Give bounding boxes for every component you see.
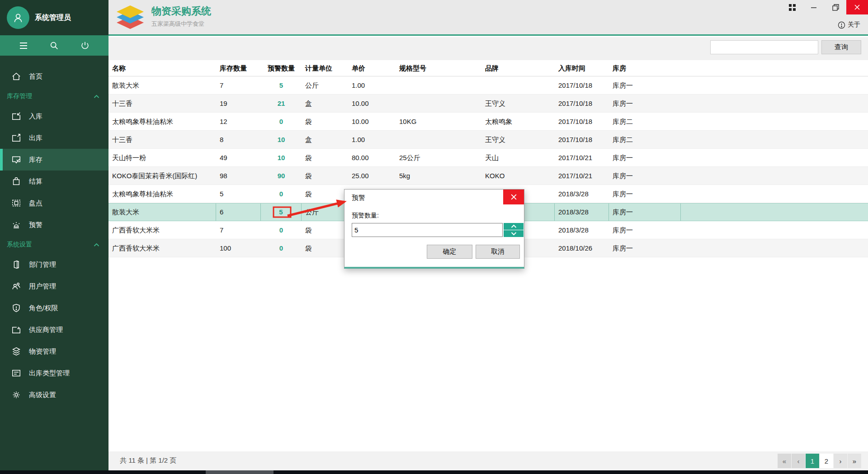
dialog-title: 预警 [352, 194, 365, 202]
table-row[interactable]: 太粮鸣象尊桂油粘米120袋10.0010KG太粮鸣象2017/10/18库房二 [108, 113, 868, 131]
table-cell: 盒 [302, 131, 348, 148]
sidebar-item[interactable]: 物资管理 [0, 341, 108, 362]
sidebar-item[interactable]: 高级设置 [0, 384, 108, 406]
person-icon [12, 12, 24, 24]
sidebar-item[interactable]: 库存 [0, 149, 108, 171]
close-icon[interactable] [846, 0, 868, 14]
table-cell: 散装大米 [108, 204, 216, 221]
warning-quantity-cell[interactable]: 0 [261, 185, 302, 203]
table-cell-filler [681, 131, 868, 148]
sidebar-section-header[interactable]: 系统设置 [0, 236, 108, 254]
restore-icon[interactable] [825, 0, 846, 14]
warning-quantity-cell[interactable]: 90 [261, 167, 302, 185]
about-label: 关于 [848, 21, 860, 29]
warning-quantity-cell[interactable]: 10 [261, 131, 302, 148]
sidebar-item[interactable]: 首页 [0, 66, 108, 87]
table-cell: 库房一 [609, 95, 681, 112]
minimize-icon[interactable] [803, 0, 825, 14]
table-row[interactable]: 十三香810盒1.00王守义2017/10/18库房二 [108, 131, 868, 149]
column-header: 单价 [348, 60, 396, 76]
warning-quantity-cell[interactable]: 0 [261, 113, 302, 130]
inbound-icon [11, 111, 21, 121]
table-row[interactable]: 天山特一粉4910袋80.0025公斤天山2017/10/21库房一 [108, 149, 868, 167]
warning-quantity-cell[interactable]: 5 [261, 204, 302, 221]
search-input[interactable] [710, 40, 818, 54]
table-row[interactable]: 散装大米75公斤1.002017/10/18库房一 [108, 76, 868, 95]
pager-button[interactable]: « [778, 454, 791, 468]
table-row[interactable]: KOKO泰国茉莉香米(国际红)9890袋25.005kgKOKO2017/10/… [108, 167, 868, 185]
quantity-stepper [504, 223, 524, 237]
sidebar-item-label: 角色/权限 [29, 304, 58, 313]
stepper-down-icon[interactable] [504, 230, 524, 237]
sidebar-item-label: 盘点 [29, 199, 42, 208]
table-cell: 公斤 [302, 204, 348, 221]
sidebar-item[interactable]: 用户管理 [0, 275, 108, 297]
sidebar-item[interactable]: 出库 [0, 127, 108, 149]
sidebar-item[interactable]: 出库类型管理 [0, 362, 108, 384]
user-block: 系统管理员 [0, 0, 108, 35]
about-button[interactable]: 关于 [838, 21, 860, 29]
column-header-filler [681, 60, 868, 76]
scrollbar-thumb[interactable] [206, 470, 274, 474]
query-button[interactable]: 查询 [821, 40, 861, 54]
page-title: 物资采购系统 [151, 5, 211, 18]
users-icon [11, 281, 21, 291]
table-cell: 5kg [396, 167, 481, 185]
table-cell: 2017/10/18 [555, 131, 609, 148]
table-cell: KOKO [481, 167, 555, 185]
table-cell: 49 [216, 149, 261, 166]
warning-quantity-cell[interactable]: 0 [261, 239, 302, 257]
advanced-icon [11, 390, 21, 400]
sidebar-item[interactable]: 盘点 [0, 192, 108, 214]
sidebar-item[interactable]: 部门管理 [0, 254, 108, 275]
table-cell [396, 131, 481, 148]
horizontal-scrollbar[interactable] [0, 470, 868, 474]
warning-quantity-input[interactable] [352, 223, 503, 237]
pager-button[interactable]: › [834, 454, 847, 468]
table-cell: 袋 [302, 239, 348, 257]
table-cell: 8 [216, 131, 261, 148]
table-row[interactable]: 十三香1921盒10.00王守义2017/10/18库房一 [108, 95, 868, 113]
pager-button[interactable]: » [848, 454, 861, 468]
sidebar-item-label: 部门管理 [29, 261, 56, 269]
stocktake-icon [11, 198, 21, 208]
power-icon[interactable] [76, 37, 94, 55]
column-header: 库存数量 [216, 60, 261, 76]
ok-button[interactable]: 确定 [427, 245, 472, 259]
sidebar-item[interactable]: 入库 [0, 105, 108, 127]
warning-quantity-cell[interactable]: 0 [261, 221, 302, 239]
dialog-close-icon[interactable] [503, 190, 524, 204]
cancel-button[interactable]: 取消 [476, 245, 520, 259]
table-cell: 2017/10/18 [555, 76, 609, 94]
hamburger-menu-icon[interactable] [14, 37, 33, 55]
sidebar-section-header[interactable]: 库存管理 [0, 87, 108, 105]
table-cell: 2018/3/28 [555, 204, 609, 221]
stepper-up-icon[interactable] [504, 223, 524, 230]
column-header: 名称 [108, 60, 216, 76]
table-cell: 库房一 [609, 149, 681, 166]
warning-quantity-cell[interactable]: 5 [261, 76, 302, 94]
home-icon [11, 71, 21, 81]
pager-button[interactable]: ‹ [792, 454, 805, 468]
table-cell [396, 95, 481, 112]
sidebar-item-label: 结算 [29, 177, 42, 186]
table-cell: 盒 [302, 95, 348, 112]
sidebar-item[interactable]: 供应商管理 [0, 319, 108, 341]
info-icon [838, 21, 845, 29]
pager-button[interactable]: 1 [806, 454, 819, 468]
search-icon[interactable] [45, 37, 63, 55]
sidebar-item[interactable]: 角色/权限 [0, 297, 108, 319]
sidebar-item[interactable]: 预警 [0, 214, 108, 236]
warning-quantity-cell[interactable]: 10 [261, 149, 302, 166]
table-cell: 袋 [302, 113, 348, 130]
pager-button[interactable]: 2 [820, 454, 833, 468]
table-cell: 库房一 [609, 204, 681, 221]
warning-quantity-cell[interactable]: 21 [261, 95, 302, 112]
table-cell-filler [681, 204, 868, 221]
table-cell: 库房一 [609, 167, 681, 185]
table-cell: 太粮鸣象 [481, 113, 555, 130]
sidebar-item[interactable]: 结算 [0, 171, 108, 192]
sidebar-item-label: 出库 [29, 134, 42, 142]
apps-grid-icon[interactable] [781, 0, 803, 14]
header: 物资采购系统 五家渠高级中学食堂 关于 [108, 0, 868, 36]
